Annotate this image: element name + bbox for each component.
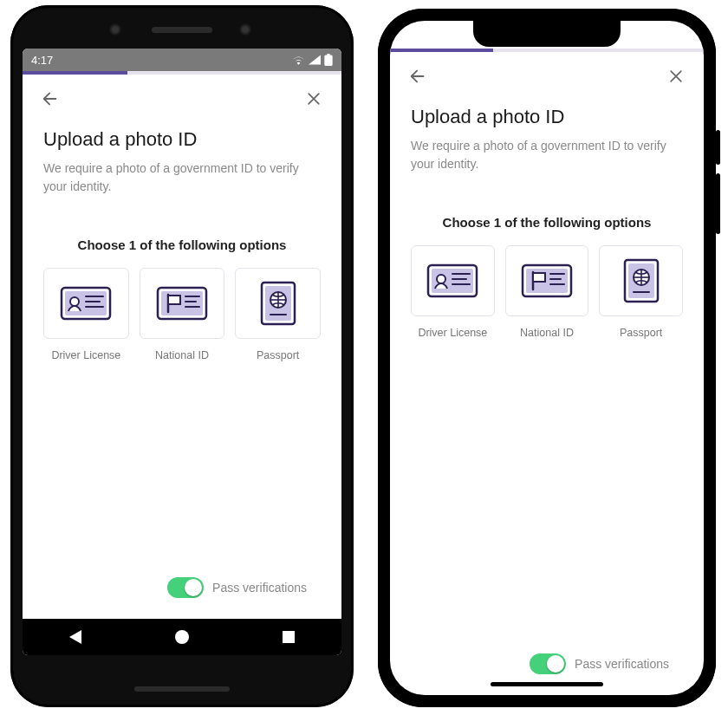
speaker-grille	[152, 27, 212, 33]
page-title: Upload a photo ID	[411, 106, 683, 128]
toggle-row: Pass verifications	[43, 560, 321, 619]
option-tile	[505, 245, 589, 316]
home-indicator[interactable]	[491, 682, 603, 686]
option-tile	[235, 268, 321, 339]
top-bar	[390, 52, 704, 92]
option-tile	[411, 245, 495, 316]
section-label: Choose 1 of the following options	[411, 215, 683, 230]
arrow-left-icon	[41, 89, 60, 108]
side-button	[716, 130, 720, 165]
ios-device-frame: Upload a photo ID We require a photo of …	[378, 9, 716, 707]
camera-icon	[239, 23, 251, 36]
toggle-knob	[547, 655, 564, 673]
option-label: National ID	[140, 349, 225, 361]
back-button[interactable]	[406, 64, 430, 88]
nav-back-icon[interactable]	[69, 630, 81, 644]
android-screen: 4:17 Upload a photo ID	[23, 49, 341, 655]
section-label: Choose 1 of the following options	[43, 237, 321, 252]
pass-verifications-toggle[interactable]	[530, 653, 566, 674]
signal-icon	[309, 55, 321, 65]
android-device-frame: 4:17 Upload a photo ID	[10, 5, 354, 707]
close-button[interactable]	[302, 87, 326, 111]
side-button	[716, 173, 720, 234]
arrow-left-icon	[408, 67, 427, 86]
page-subtitle: We require a photo of a government ID to…	[411, 137, 683, 173]
top-bar	[23, 75, 341, 114]
status-time: 4:17	[31, 54, 53, 67]
option-tile	[599, 245, 683, 316]
flag-card-icon	[156, 284, 208, 322]
passport-icon	[259, 280, 297, 327]
passport-icon	[622, 257, 660, 304]
toggle-knob	[185, 579, 202, 596]
page-subtitle: We require a photo of a government ID to…	[43, 159, 321, 196]
toggle-label: Pass verifications	[212, 581, 307, 595]
page-title: Upload a photo ID	[43, 128, 321, 151]
status-icons	[292, 54, 333, 66]
back-button[interactable]	[38, 87, 62, 111]
notch	[473, 21, 621, 47]
nav-recents-icon[interactable]	[283, 631, 295, 643]
close-icon	[667, 68, 685, 85]
id-card-icon	[60, 284, 112, 322]
options-row: Driver License	[411, 245, 683, 339]
option-driver-license[interactable]: Driver License	[411, 245, 495, 339]
id-card-icon	[426, 262, 478, 300]
option-tile	[43, 268, 129, 339]
android-nav-bar	[23, 619, 341, 655]
option-tile	[140, 268, 225, 339]
option-national-id[interactable]: National ID	[505, 245, 589, 339]
option-label: Passport	[599, 327, 683, 339]
nav-home-icon[interactable]	[175, 630, 189, 644]
svg-point-20	[437, 275, 445, 283]
main-content: Upload a photo ID We require a photo of …	[390, 92, 704, 695]
option-passport[interactable]: Passport	[235, 268, 321, 361]
option-label: Driver License	[411, 327, 495, 339]
option-label: National ID	[505, 327, 589, 339]
camera-icon	[109, 23, 121, 36]
speaker-grille	[134, 686, 230, 692]
svg-point-2	[70, 297, 79, 306]
flag-card-icon	[521, 262, 573, 300]
wifi-icon	[292, 55, 305, 65]
close-button[interactable]	[664, 64, 688, 88]
ios-screen: Upload a photo ID We require a photo of …	[390, 21, 704, 695]
battery-icon	[324, 54, 333, 66]
main-content: Upload a photo ID We require a photo of …	[23, 114, 341, 619]
status-bar: 4:17	[23, 49, 341, 71]
pass-verifications-toggle[interactable]	[167, 577, 204, 598]
option-passport[interactable]: Passport	[599, 245, 683, 339]
option-national-id[interactable]: National ID	[140, 268, 225, 361]
option-driver-license[interactable]: Driver License	[43, 268, 129, 361]
toggle-label: Pass verifications	[575, 657, 669, 671]
option-label: Passport	[235, 349, 321, 361]
option-label: Driver License	[43, 349, 129, 361]
close-icon	[305, 90, 322, 107]
options-row: Driver License	[43, 268, 321, 361]
